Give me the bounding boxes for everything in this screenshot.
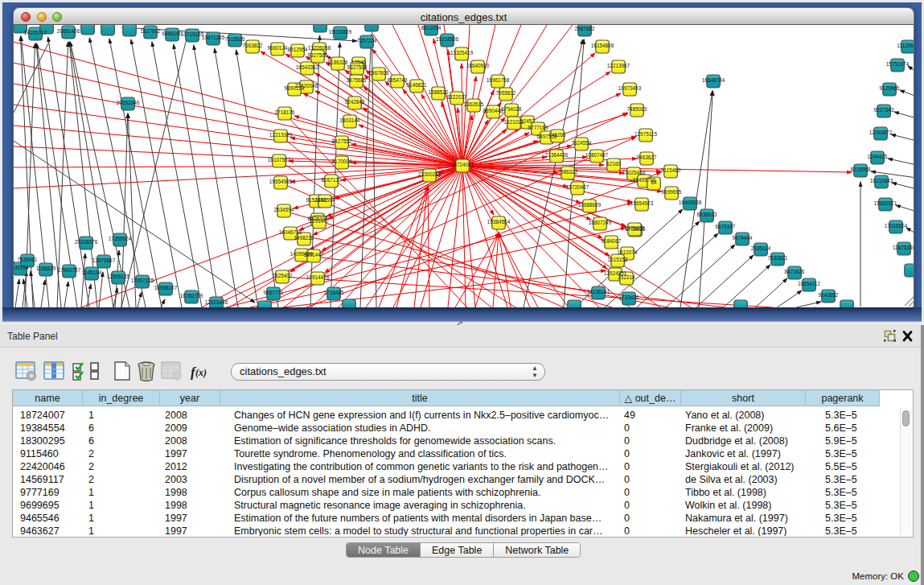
svg-text:252214: 252214 (618, 274, 635, 280)
svg-text:62160: 62160 (606, 161, 621, 167)
svg-text:939154: 939154 (14, 265, 29, 270)
svg-text:8427552: 8427552 (332, 138, 352, 144)
svg-text:10958107: 10958107 (154, 285, 178, 290)
svg-text:9146821: 9146821 (407, 82, 427, 88)
svg-text:1716485: 1716485 (324, 290, 344, 295)
svg-text:7663822: 7663822 (243, 43, 263, 48)
svg-text:13226058: 13226058 (308, 45, 331, 51)
svg-text:7986322: 7986322 (558, 169, 578, 175)
svg-text:1615152: 1615152 (608, 257, 628, 262)
svg-text:16648784: 16648784 (702, 77, 725, 83)
svg-text:6322037: 6322037 (447, 94, 467, 100)
svg-text:2935114: 2935114 (751, 245, 771, 251)
svg-text:15692921: 15692921 (874, 200, 897, 206)
svg-text:12975115: 12975115 (634, 131, 657, 137)
svg-text:14055717: 14055717 (24, 30, 47, 35)
svg-text:12505135: 12505135 (107, 274, 130, 279)
svg-text:12457: 12457 (520, 118, 535, 124)
svg-text:16210643: 16210643 (870, 178, 893, 183)
svg-text:10671355: 10671355 (202, 35, 225, 40)
svg-text:9327508: 9327508 (347, 64, 368, 70)
svg-text:16033809: 16033809 (329, 29, 352, 35)
svg-text:1244415: 1244415 (868, 154, 888, 159)
svg-text:1091447: 1091447 (310, 218, 330, 224)
svg-text:1733426: 1733426 (619, 295, 639, 300)
svg-text:16107553: 16107553 (268, 157, 291, 163)
svg-text:9699695: 9699695 (662, 189, 682, 195)
svg-text:2534594: 2534594 (274, 207, 294, 212)
svg-text:16543362: 16543362 (296, 64, 319, 70)
svg-text:6479197: 6479197 (716, 224, 736, 229)
svg-text:7485063: 7485063 (627, 106, 647, 112)
svg-text:6466160: 6466160 (162, 31, 183, 36)
svg-text:10688609: 10688609 (578, 202, 602, 208)
svg-text:10914479: 10914479 (306, 274, 330, 280)
svg-text:10025438: 10025438 (622, 170, 646, 175)
svg-text:(x): (x) (195, 367, 207, 378)
svg-text:7625402: 7625402 (273, 273, 293, 278)
svg-text:19218506: 19218506 (436, 36, 459, 42)
svg-text:2987682: 2987682 (575, 26, 595, 31)
svg-text:8471626: 8471626 (785, 269, 805, 274)
svg-text:1145194: 1145194 (82, 270, 102, 275)
svg-text:21364436: 21364436 (545, 152, 569, 158)
svg-text:3624554: 3624554 (572, 140, 592, 146)
svg-text:16782759: 16782759 (180, 293, 203, 299)
svg-text:19654923: 19654923 (630, 200, 654, 206)
svg-text:16409538: 16409538 (679, 200, 702, 205)
svg-text:18724007: 18724007 (451, 162, 474, 167)
svg-text:10654112: 10654112 (798, 281, 820, 286)
svg-text:8186328: 8186328 (328, 60, 348, 65)
svg-text:1253594: 1253594 (315, 197, 335, 203)
svg-text:13325419: 13325419 (450, 50, 474, 56)
svg-text:1498222: 1498222 (294, 235, 314, 241)
svg-text:15751074: 15751074 (886, 61, 910, 67)
svg-text:84: 84 (651, 179, 657, 185)
svg-text:13975867: 13975867 (92, 257, 116, 263)
svg-text:9170004: 9170004 (332, 159, 352, 164)
svg-text:8854749: 8854749 (388, 77, 408, 83)
svg-text:2718176: 2718176 (275, 109, 295, 115)
svg-text:18640910: 18640910 (466, 63, 490, 68)
svg-text:1975692: 1975692 (625, 225, 645, 231)
svg-text:11675350: 11675350 (893, 245, 914, 250)
svg-text:8912954: 8912954 (288, 47, 308, 52)
svg-text:2803144: 2803144 (340, 117, 360, 123)
svg-text:12213967: 12213967 (607, 63, 630, 68)
svg-text:9084067: 9084067 (602, 238, 622, 244)
svg-text:17359924: 17359924 (109, 236, 132, 241)
svg-text:17942757: 17942757 (58, 267, 81, 273)
svg-text:1156829: 1156829 (36, 266, 56, 271)
svg-text:8990448: 8990448 (483, 108, 503, 113)
svg-text:9890124: 9890124 (285, 85, 305, 91)
svg-text:19654985: 19654985 (269, 179, 293, 184)
svg-text:7357224: 7357224 (357, 38, 377, 43)
svg-text:10719155: 10719155 (181, 31, 204, 37)
svg-text:9243652: 9243652 (819, 292, 839, 298)
svg-text:16961758: 16961758 (487, 77, 510, 83)
svg-text:1362615: 1362615 (464, 101, 484, 107)
svg-text:9474444: 9474444 (733, 235, 753, 241)
svg-text:7515526: 7515526 (225, 36, 245, 42)
svg-text:12213389: 12213389 (269, 132, 293, 138)
svg-text:1527602: 1527602 (141, 28, 161, 34)
svg-text:9657771: 9657771 (264, 290, 284, 295)
svg-text:11129606: 11129606 (897, 43, 914, 48)
svg-text:8215958: 8215958 (851, 167, 871, 172)
svg-text:8267130: 8267130 (322, 177, 342, 183)
svg-text:3875685: 3875685 (347, 77, 367, 83)
svg-text:1612074: 1612074 (618, 249, 638, 255)
svg-text:15720407: 15720407 (566, 184, 589, 190)
svg-text:9660124: 9660124 (268, 45, 288, 51)
svg-text:19384554: 19384554 (487, 219, 511, 225)
svg-text:9242848: 9242848 (345, 99, 365, 105)
svg-text:17016504: 17016504 (885, 223, 908, 229)
svg-text:20691406: 20691406 (57, 28, 80, 34)
svg-text:23300285: 23300285 (418, 171, 441, 177)
svg-text:8938923: 8938923 (697, 212, 717, 217)
svg-text:9129966: 9129966 (880, 85, 900, 91)
svg-text:746266: 746266 (548, 132, 566, 138)
svg-text:12093872: 12093872 (869, 130, 893, 135)
svg-text:1588520: 1588520 (429, 89, 449, 95)
svg-text:8813054: 8813054 (421, 25, 441, 31)
